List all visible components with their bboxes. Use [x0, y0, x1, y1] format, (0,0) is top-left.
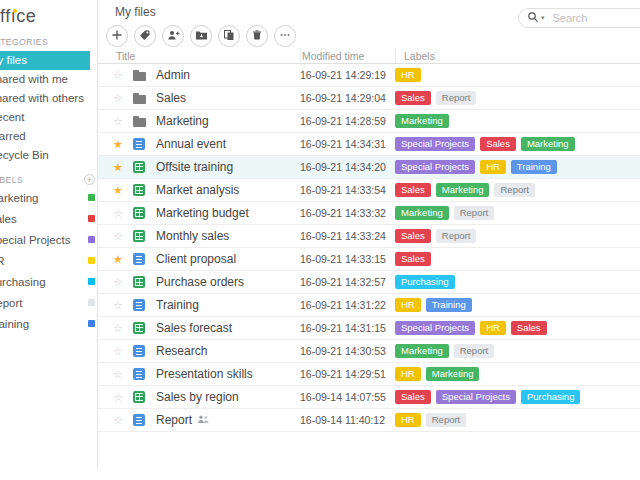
star-toggle[interactable]: ☆ [113, 368, 133, 381]
label-badge-hr[interactable]: HR [395, 413, 421, 428]
label-badge-report[interactable]: Report [454, 344, 495, 359]
label-badge-marketing[interactable]: Marketing [395, 344, 449, 359]
toolbar-delete-button[interactable] [246, 25, 268, 47]
star-toggle[interactable]: ☆ [113, 345, 133, 358]
column-header-title[interactable]: Title [98, 50, 300, 62]
label-badge-hr[interactable]: HR [480, 321, 506, 336]
sidebar-label-special-projects[interactable]: Special Projects [0, 229, 95, 250]
search-input[interactable] [551, 11, 640, 25]
file-title[interactable]: Purchase orders [156, 275, 244, 289]
table-row[interactable]: ☆ Research 16-09-21 14:30:53 MarketingRe… [98, 340, 640, 363]
sidebar-label-report[interactable]: Report [0, 292, 95, 313]
label-badge-report[interactable]: Report [494, 183, 535, 198]
toolbar-tag-button[interactable] [134, 25, 156, 47]
label-badge-training[interactable]: Training [426, 298, 472, 313]
toolbar-copy-button[interactable] [218, 25, 240, 47]
label-badge-hr[interactable]: HR [480, 160, 506, 175]
table-row[interactable]: ★ Annual event 16-09-21 14:34:31 Special… [98, 133, 640, 156]
label-badge-sales[interactable]: Sales [395, 252, 431, 267]
file-title[interactable]: Client proposal [156, 252, 236, 266]
table-row[interactable]: ☆ Report 16-09-14 11:40:12 HRReport [98, 409, 640, 432]
file-title[interactable]: Report [156, 413, 192, 427]
label-badge-report[interactable]: Report [436, 229, 477, 244]
label-badge-purchasing[interactable]: Purchasing [521, 390, 581, 405]
label-badge-sales[interactable]: Sales [395, 229, 431, 244]
sidebar-item-shared-with-others[interactable]: Shared with others [0, 89, 90, 108]
sidebar-item-my-files[interactable]: My files [0, 51, 90, 70]
star-toggle[interactable]: ☆ [113, 299, 133, 312]
star-toggle[interactable]: ☆ [113, 92, 133, 105]
table-row[interactable]: ☆ Sales by region 16-09-14 14:07:55 Sale… [98, 386, 640, 409]
toolbar-share-button[interactable] [162, 25, 184, 47]
file-title[interactable]: Market analysis [156, 183, 239, 197]
star-toggle[interactable]: ☆ [113, 276, 133, 289]
table-row[interactable]: ☆ Marketing 16-09-21 14:28:59 Marketing [98, 110, 640, 133]
file-title[interactable]: Sales forecast [156, 321, 232, 335]
file-title[interactable]: Offsite training [156, 160, 233, 174]
toolbar-add-button[interactable] [106, 25, 128, 47]
label-badge-training[interactable]: Training [511, 160, 557, 175]
file-title[interactable]: Sales [156, 91, 186, 105]
shared-users-icon[interactable] [197, 413, 209, 427]
star-toggle[interactable]: ☆ [113, 69, 133, 82]
label-badge-special-projects[interactable]: Special Projects [395, 160, 475, 175]
label-badge-marketing[interactable]: Marketing [521, 137, 575, 152]
label-badge-purchasing[interactable]: Purchasing [395, 275, 455, 290]
label-badge-sales[interactable]: Sales [395, 183, 431, 198]
label-badge-hr[interactable]: HR [395, 367, 421, 382]
table-row[interactable]: ☆ Marketing budget 16-09-21 14:33:32 Mar… [98, 202, 640, 225]
label-badge-marketing[interactable]: Marketing [426, 367, 480, 382]
label-badge-sales[interactable]: Sales [395, 91, 431, 106]
label-badge-special-projects[interactable]: Special Projects [395, 321, 475, 336]
label-badge-special-projects[interactable]: Special Projects [395, 137, 475, 152]
label-badge-sales[interactable]: Sales [511, 321, 547, 336]
label-badge-report[interactable]: Report [436, 91, 477, 106]
label-badge-report[interactable]: Report [426, 413, 467, 428]
caret-down-icon[interactable]: ▾ [541, 14, 545, 22]
label-badge-marketing[interactable]: Marketing [436, 183, 490, 198]
table-row[interactable]: ★ Client proposal 16-09-21 14:33:15 Sale… [98, 248, 640, 271]
label-badge-special-projects[interactable]: Special Projects [436, 390, 516, 405]
table-row[interactable]: ☆ Purchase orders 16-09-21 14:32:57 Purc… [98, 271, 640, 294]
toolbar-move-button[interactable] [190, 25, 212, 47]
star-toggle[interactable]: ☆ [113, 115, 133, 128]
toolbar-more-button[interactable] [274, 25, 296, 47]
star-toggle[interactable]: ★ [113, 184, 133, 197]
sidebar-item-recent[interactable]: Recent [0, 108, 90, 127]
add-label-button[interactable]: + [84, 174, 95, 185]
sidebar-item-shared-with-me[interactable]: Shared with me [0, 70, 90, 89]
star-toggle[interactable]: ★ [113, 138, 133, 151]
sidebar-item-recycle-bin[interactable]: Recycle Bin [0, 146, 90, 165]
sidebar-item-starred[interactable]: Starred [0, 127, 90, 146]
table-row[interactable]: ☆ Admin 16-09-21 14:29:19 HR [98, 64, 640, 87]
sidebar-label-sales[interactable]: Sales [0, 208, 95, 229]
sidebar-label-training[interactable]: Training [0, 313, 95, 334]
table-row[interactable]: ★ Offsite training 16-09-21 14:34:20 Spe… [98, 156, 640, 179]
column-header-modified-time[interactable]: Modified time [300, 48, 395, 63]
table-row[interactable]: ☆ Training 16-09-21 14:31:22 HRTraining [98, 294, 640, 317]
star-toggle[interactable]: ☆ [113, 230, 133, 243]
label-badge-marketing[interactable]: Marketing [395, 114, 449, 129]
table-row[interactable]: ☆ Presentation skills 16-09-21 14:29:51 … [98, 363, 640, 386]
star-toggle[interactable]: ☆ [113, 322, 133, 335]
sidebar-label-purchasing[interactable]: Purchasing [0, 271, 95, 292]
star-toggle[interactable]: ☆ [113, 207, 133, 220]
search-box[interactable]: ▾ [518, 8, 640, 28]
label-badge-hr[interactable]: HR [395, 68, 421, 83]
file-title[interactable]: Admin [156, 68, 190, 82]
file-title[interactable]: Annual event [156, 137, 226, 151]
file-title[interactable]: Monthly sales [156, 229, 229, 243]
star-toggle[interactable]: ★ [113, 161, 133, 174]
file-title[interactable]: Marketing budget [156, 206, 249, 220]
file-title[interactable]: Training [156, 298, 199, 312]
table-row[interactable]: ★ Market analysis 16-09-21 14:33:54 Sale… [98, 179, 640, 202]
label-badge-sales[interactable]: Sales [395, 390, 431, 405]
file-title[interactable]: Presentation skills [156, 367, 253, 381]
table-row[interactable]: ☆ Monthly sales 16-09-21 14:33:24 SalesR… [98, 225, 640, 248]
sidebar-label-hr[interactable]: HR [0, 250, 95, 271]
star-toggle[interactable]: ☆ [113, 391, 133, 404]
star-toggle[interactable]: ★ [113, 253, 133, 266]
label-badge-marketing[interactable]: Marketing [395, 206, 449, 221]
label-badge-sales[interactable]: Sales [480, 137, 516, 152]
file-title[interactable]: Research [156, 344, 207, 358]
